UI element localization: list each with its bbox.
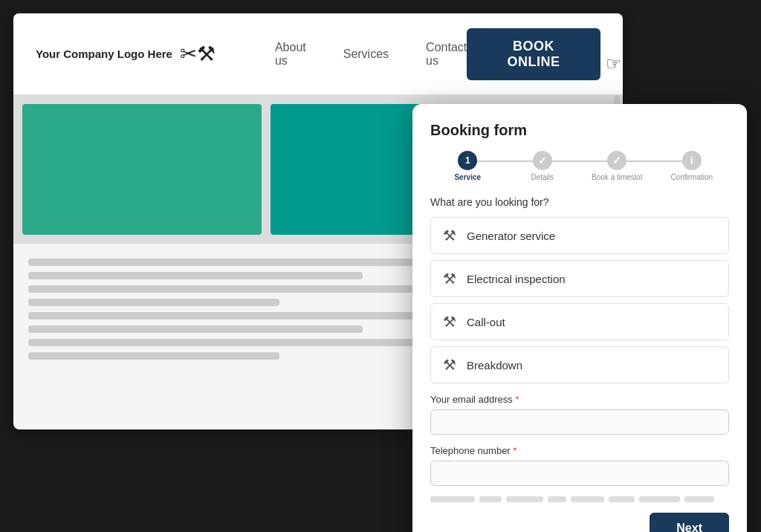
wrench-icon-callout: ⚒ [443,313,456,331]
logo-text: Your Company Logo Here [36,47,172,62]
step-1-label: Service [454,173,481,181]
book-online-button[interactable]: BOOK ONLINE [467,28,600,80]
phone-input[interactable] [430,461,729,486]
step-confirmation: i Confirmation [655,151,730,181]
service-label-generator: Generator service [467,230,555,242]
next-button[interactable]: Next [650,513,729,532]
steps-indicator: 1 Service ✓ Details ✓ Book a timeslot i … [430,151,729,181]
wrench-icon-generator: ⚒ [443,227,456,244]
cursor-pointer: ☞ [606,53,622,74]
skeleton-line [28,352,279,360]
email-label: Your email address * [430,394,729,405]
wrench-icon-electrical: ⚒ [443,270,456,288]
service-option-electrical[interactable]: ⚒ Electrical inspection [430,260,729,297]
logo-area: Your Company Logo Here ✂⚒ [36,42,216,66]
step-1-circle: 1 [458,151,477,170]
hero-tile-1 [22,104,262,235]
skeleton-line [28,272,363,279]
service-option-callout[interactable]: ⚒ Call-out [430,303,729,340]
step-service: 1 Service [430,151,505,181]
skeleton-line [28,312,426,319]
wrench-icon-breakdown: ⚒ [443,356,456,374]
skeleton-line [28,285,426,293]
nav-services[interactable]: Services [343,48,389,61]
email-input[interactable] [430,409,729,435]
step-4-circle: i [682,151,702,170]
step-4-label: Confirmation [670,173,713,181]
service-option-generator[interactable]: ⚒ Generator service [430,217,729,254]
skeleton-left [28,259,447,377]
service-label-callout: Call-out [467,316,505,328]
booking-modal: Booking form 1 Service ✓ Details ✓ Book … [412,104,747,532]
service-label-electrical: Electrical inspection [467,273,566,285]
step-3-circle: ✓ [607,151,626,170]
step-2-circle: ✓ [533,151,552,170]
service-option-breakdown[interactable]: ⚒ Breakdown [430,346,729,383]
service-question: What are you looking for? [430,196,729,208]
nav-contact[interactable]: Contact us [426,41,467,68]
step-2-label: Details [531,173,554,181]
skel-block [479,496,502,502]
step-timeslot: ✓ Book a timeslot [580,151,655,181]
step-3-label: Book a timeslot [592,173,642,181]
skel-block [571,496,604,502]
skel-block [684,496,714,502]
nav-links: About us Services Contact us [275,41,467,68]
skel-block [506,496,543,502]
form-skeleton [430,496,729,502]
skel-block [609,496,635,502]
tools-icon: ✂⚒ [180,42,216,66]
skeleton-line [28,299,279,306]
booking-form-title: Booking form [430,122,729,139]
nav-about[interactable]: About us [275,41,306,68]
phone-label: Telephone number * [430,445,729,456]
skeleton-line [28,325,363,333]
email-required-marker: * [515,394,519,405]
step-details: ✓ Details [505,151,580,181]
phone-required-marker: * [513,445,516,456]
skel-block [639,496,680,502]
skel-block [430,496,475,502]
skeleton-line [28,339,426,346]
skeleton-line [28,259,426,266]
skel-block [548,496,566,502]
service-label-breakdown: Breakdown [467,359,522,372]
nav-bar: Your Company Logo Here ✂⚒ About us Servi… [13,13,623,95]
